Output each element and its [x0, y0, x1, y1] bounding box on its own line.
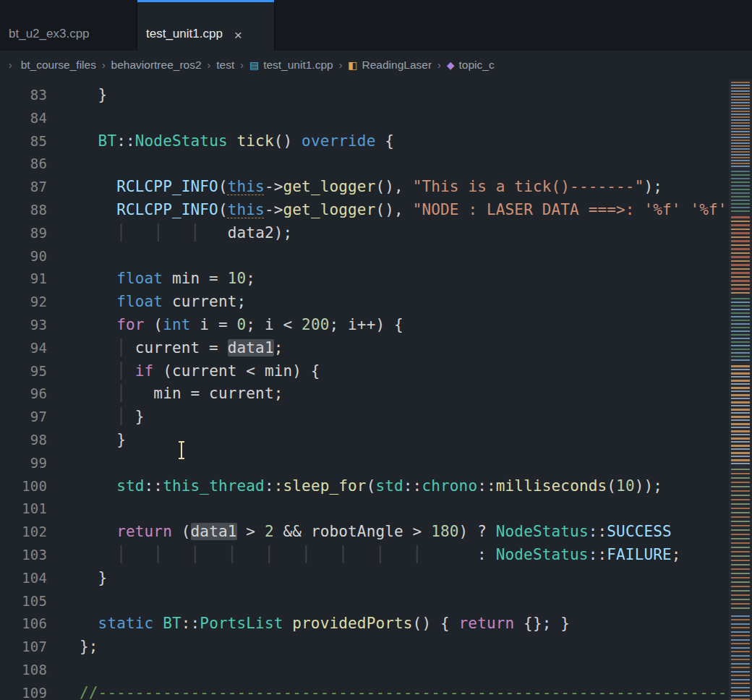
line-number[interactable]: 97: [0, 406, 56, 429]
breadcrumb-root-chevron: ›: [9, 59, 12, 71]
code-line[interactable]: 93 for (int i = 0; i < 200; i++) {: [0, 314, 752, 337]
line-content: std::this_thread::sleep_for(std::chrono:…: [80, 475, 662, 498]
breadcrumb-label: test_unit1.cpp: [263, 59, 333, 72]
code-line[interactable]: 88 RCLCPP_INFO(this->get_logger(), "NODE…: [0, 199, 752, 222]
line-number[interactable]: 88: [0, 199, 56, 222]
line-number[interactable]: 100: [0, 475, 56, 498]
minimap[interactable]: [729, 80, 752, 700]
line-content: │ current = data1;: [80, 337, 283, 360]
line-number[interactable]: 109: [0, 682, 56, 700]
line-number[interactable]: 89: [0, 222, 56, 245]
mouse-ibeam-cursor: [181, 441, 182, 459]
line-content: RCLCPP_INFO(this->get_logger(), "This is…: [80, 176, 662, 199]
minimap-segment: [731, 298, 750, 362]
breadcrumb-item-topic_c[interactable]: ◆topic_c: [447, 59, 495, 72]
code-line[interactable]: 109//-----------------------------------…: [0, 682, 752, 700]
class-icon: ◧: [348, 60, 357, 70]
line-number[interactable]: 102: [0, 521, 56, 544]
code-line[interactable]: 108: [0, 659, 752, 682]
line-number[interactable]: 108: [0, 659, 56, 682]
code-editor[interactable]: 83 }8485 BT::NodeStatus tick() override …: [0, 80, 752, 700]
breadcrumb-item-bt_course_files[interactable]: bt_course_files: [21, 59, 96, 72]
line-content: │ }: [80, 406, 145, 429]
breadcrumb-item-behaviortree_ros2[interactable]: behaviortree_ros2: [111, 59, 202, 72]
line-number[interactable]: 85: [0, 130, 56, 153]
line-content: }: [80, 84, 107, 107]
line-number[interactable]: 105: [0, 590, 56, 613]
line-number[interactable]: 91: [0, 268, 56, 291]
minimap-segment: [731, 82, 750, 167]
code-line[interactable]: 92 float current;: [0, 291, 752, 314]
tab-test_unit1.cpp[interactable]: test_unit1.cpp×: [137, 0, 275, 51]
code-line[interactable]: 83 }: [0, 84, 752, 107]
code-line[interactable]: 94 │ current = data1;: [0, 337, 752, 360]
breadcrumb-items: bt_course_files›behaviortree_ros2›test›▤…: [14, 59, 495, 72]
chevron-right-icon: ›: [437, 59, 441, 71]
close-icon[interactable]: ×: [234, 29, 242, 41]
code-line[interactable]: 104 }: [0, 567, 752, 590]
line-number[interactable]: 103: [0, 544, 56, 567]
breadcrumb-label: ReadingLaser: [362, 59, 432, 72]
line-number[interactable]: 107: [0, 636, 56, 659]
line-content: return (data1 > 2 && robotAngle > 180) ?…: [80, 521, 672, 544]
line-number[interactable]: 104: [0, 567, 56, 590]
minimap-segment: [731, 469, 750, 612]
code-line[interactable]: 95 │ if (current < min) {: [0, 360, 752, 383]
code-line[interactable]: 101: [0, 498, 752, 521]
breadcrumb-item-ReadingLaser[interactable]: ◧ReadingLaser: [348, 59, 432, 72]
line-content: static BT::PortsList providedPorts() { r…: [80, 612, 570, 636]
code-line[interactable]: 87 RCLCPP_INFO(this->get_logger(), "This…: [0, 176, 752, 199]
code-line[interactable]: 105: [0, 590, 752, 613]
code-line[interactable]: 91 float min = 10;: [0, 268, 752, 291]
chevron-right-icon: ›: [208, 59, 211, 71]
minimap-segment: [731, 216, 750, 294]
code-line[interactable]: 90: [0, 245, 752, 268]
line-content: //--------------------------------------…: [80, 682, 752, 700]
line-number[interactable]: 84: [0, 107, 56, 130]
code-line[interactable]: 96 │ min = current;: [0, 383, 752, 406]
breadcrumb-label: test: [216, 59, 234, 72]
breadcrumb-label: behaviortree_ros2: [111, 59, 202, 72]
code-line[interactable]: 103 │ │ │ │ │ │ │ │ │ : NodeStatus::FAIL…: [0, 544, 752, 567]
line-content: }: [80, 429, 126, 452]
line-number[interactable]: 86: [0, 153, 56, 176]
line-content: │ │ │ │ │ │ │ │ │ : NodeStatus::FAILURE;: [80, 544, 681, 567]
line-number[interactable]: 93: [0, 314, 56, 337]
tab-label: bt_u2_ex3.cpp: [9, 27, 90, 41]
line-content: │ │ │ data2);: [80, 222, 292, 245]
line-number[interactable]: 99: [0, 452, 56, 475]
code-line[interactable]: 86: [0, 153, 752, 176]
line-number[interactable]: 83: [0, 84, 56, 107]
tab-label: test_unit1.cpp: [146, 27, 223, 41]
breadcrumb-item-test_unit1.cpp[interactable]: ▤test_unit1.cpp: [249, 59, 333, 72]
breadcrumb-item-test[interactable]: test: [216, 59, 234, 72]
chevron-right-icon: ›: [339, 59, 343, 71]
code-line[interactable]: 106 static BT::PortsList providedPorts()…: [0, 612, 752, 636]
code-line[interactable]: 99: [0, 452, 752, 475]
code-line[interactable]: 98 }: [0, 429, 752, 452]
code-area[interactable]: 83 }8485 BT::NodeStatus tick() override …: [0, 80, 752, 700]
code-line[interactable]: 84: [0, 107, 752, 130]
line-number[interactable]: 98: [0, 429, 56, 452]
line-content: RCLCPP_INFO(this->get_logger(), "NODE : …: [80, 199, 727, 222]
code-line[interactable]: 89 │ │ │ data2);: [0, 222, 752, 245]
minimap-segment: [731, 365, 750, 465]
code-line[interactable]: 107};: [0, 636, 752, 659]
line-number[interactable]: 90: [0, 245, 56, 268]
code-line[interactable]: 100 std::this_thread::sleep_for(std::chr…: [0, 475, 752, 498]
line-number[interactable]: 94: [0, 337, 56, 360]
line-number[interactable]: 95: [0, 360, 56, 383]
line-number[interactable]: 87: [0, 176, 56, 199]
tab-bt_u2_ex3.cpp[interactable]: bt_u2_ex3.cpp: [0, 0, 137, 51]
code-line[interactable]: 102 return (data1 > 2 && robotAngle > 18…: [0, 521, 752, 544]
line-number[interactable]: 92: [0, 291, 56, 314]
code-line[interactable]: 85 BT::NodeStatus tick() override {: [0, 130, 752, 153]
line-content: │ min = current;: [80, 383, 283, 406]
breadcrumb: › bt_course_files›behaviortree_ros2›test…: [0, 51, 752, 80]
code-line[interactable]: 97 │ }: [0, 406, 752, 429]
line-number[interactable]: 106: [0, 612, 56, 636]
line-content: │ if (current < min) {: [80, 360, 320, 383]
breadcrumb-label: topic_c: [459, 59, 495, 72]
line-number[interactable]: 96: [0, 383, 56, 406]
line-number[interactable]: 101: [0, 498, 56, 521]
